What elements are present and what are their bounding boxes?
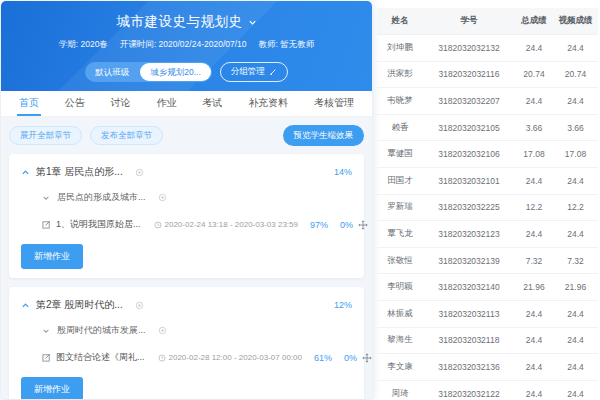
section-row: 殷周时代的城市发展... <box>21 317 352 344</box>
edit-square-icon <box>42 353 51 362</box>
class-selected-button[interactable]: 城乡规划20... <box>140 63 211 81</box>
assignment-deadline: 2020-02-24 13:18 - 2020-03-03 23:59 <box>154 220 298 229</box>
table-row[interactable]: 覃健国 3182032032106 17.08 17.08 <box>377 141 598 168</box>
edit-square-icon <box>42 220 51 229</box>
publish-all-button[interactable]: 发布全部章节 <box>90 126 163 145</box>
student-id: 3182032032122 <box>423 380 515 400</box>
expand-all-button[interactable]: 展开全部章节 <box>9 126 82 145</box>
total-score: 24.4 <box>515 380 553 400</box>
total-score: 24.4 <box>515 88 553 115</box>
total-score: 24.4 <box>515 35 553 62</box>
table-row[interactable]: 洪家彭 3182032032116 20.74 20.74 <box>377 61 598 88</box>
video-score: 24.4 <box>553 327 598 354</box>
assignment-row: 1、说明我国原始居... 2020-02-24 13:18 - 2020-03-… <box>21 211 352 235</box>
student-name: 赖香 <box>377 114 423 141</box>
clock-icon <box>154 221 162 229</box>
course-banner: 城市建设史与规划史 学期: 2020春 开课时间: 2020/02/24-202… <box>1 1 372 91</box>
video-score: 20.74 <box>553 61 598 88</box>
table-row[interactable]: 田国才 3182032032101 24.4 24.4 <box>377 167 598 194</box>
assignment-title[interactable]: 1、说明我国原始居... <box>56 218 141 231</box>
table-row[interactable]: 张敬恒 3182032032139 7.32 7.32 <box>377 247 598 274</box>
chapter-progress: 12% <box>334 300 352 310</box>
tab-assessment[interactable]: 考核管理 <box>312 91 356 116</box>
course-open-time: 开课时间: 2020/02/24-2020/07/10 <box>120 39 247 51</box>
student-name: 覃飞龙 <box>377 221 423 248</box>
student-name: 黎海生 <box>377 327 423 354</box>
table-row[interactable]: 黎海生 3182032032118 24.4 24.4 <box>377 327 598 354</box>
preview-student-button[interactable]: 预览学生端效果 <box>283 125 365 146</box>
student-name: 覃健国 <box>377 141 423 168</box>
student-id: 3182032032140 <box>423 274 515 301</box>
class-default-button[interactable]: 默认班级 <box>85 62 139 82</box>
video-score: 24.4 <box>553 380 598 400</box>
table-row[interactable]: 林振威 3182032032113 24.4 24.4 <box>377 300 598 327</box>
chapter-title[interactable]: 第2章 殷周时代的... <box>36 298 123 312</box>
table-row[interactable]: 韦晓梦 3182032032207 24.4 24.4 <box>377 88 598 115</box>
table-row[interactable]: 赖香 3182032032105 3.66 3.66 <box>377 114 598 141</box>
chapter-title[interactable]: 第1章 居民点的形... <box>36 165 123 179</box>
pencil-icon <box>269 68 277 76</box>
tab-announcements[interactable]: 公告 <box>63 91 87 116</box>
chevron-down-icon[interactable] <box>248 18 257 27</box>
total-score: 21.96 <box>515 274 553 301</box>
chevron-down-icon[interactable] <box>42 194 50 202</box>
chapter-content: 展开全部章节 发布全部章节 预览学生端效果 第1章 居民点的形... 14% <box>1 117 372 399</box>
chevron-down-icon[interactable] <box>42 327 50 335</box>
header-video-score: 视频成绩 <box>553 8 598 35</box>
total-score: 24.4 <box>515 221 553 248</box>
group-manage-label: 分组管理 <box>231 66 265 78</box>
tab-materials[interactable]: 补充资料 <box>246 91 290 116</box>
video-score: 24.4 <box>553 354 598 381</box>
section-title[interactable]: 居民点的形成及城市... <box>57 191 146 204</box>
total-score: 24.4 <box>515 167 553 194</box>
student-name: 张敬恒 <box>377 247 423 274</box>
student-id: 3182032032139 <box>423 247 515 274</box>
visibility-icon[interactable] <box>158 193 167 202</box>
table-row[interactable]: 周琦 3182032032122 24.4 24.4 <box>377 380 598 400</box>
header-name: 姓名 <box>377 8 423 35</box>
tab-homework[interactable]: 作业 <box>154 91 178 116</box>
course-title: 城市建设史与规划史 <box>117 13 243 31</box>
chapter-progress: 14% <box>334 167 352 177</box>
tab-home[interactable]: 首页 <box>17 91 41 116</box>
table-row[interactable]: 李明颖 3182032032140 21.96 21.96 <box>377 274 598 301</box>
class-switcher: 默认班级 城乡规划20... 分组管理 <box>1 62 372 82</box>
section-title[interactable]: 殷周时代的城市发展... <box>57 324 146 337</box>
chevron-up-icon[interactable] <box>21 301 30 310</box>
course-teacher: 教师: 暂无教师 <box>259 39 315 51</box>
table-row[interactable]: 刘坤鹏 3182032032132 24.4 24.4 <box>377 35 598 62</box>
student-id: 3182032032207 <box>423 88 515 115</box>
student-name: 李明颖 <box>377 274 423 301</box>
move-icon[interactable] <box>358 220 368 230</box>
tab-exams[interactable]: 考试 <box>200 91 224 116</box>
add-assignment-button[interactable]: 新增作业 <box>21 377 83 399</box>
chapter-card: 第1章 居民点的形... 14% 居民点的形成及城市... <box>9 154 364 278</box>
assignment-title[interactable]: 图文结合论述《周礼... <box>56 351 145 364</box>
total-score: 3.66 <box>515 114 553 141</box>
student-name: 李文康 <box>377 354 423 381</box>
visibility-icon[interactable] <box>135 301 144 310</box>
table-row[interactable]: 李文康 3182032032136 24.4 24.4 <box>377 354 598 381</box>
video-score: 3.66 <box>553 114 598 141</box>
student-id: 3182032032106 <box>423 141 515 168</box>
assignment-deadline: 2020-02-28 12:00 - 2020-03-07 00:00 <box>158 353 302 362</box>
student-id: 3182032032225 <box>423 194 515 221</box>
total-score: 24.4 <box>515 300 553 327</box>
video-score: 24.4 <box>553 88 598 115</box>
table-row[interactable]: 覃飞龙 3182032032123 24.4 24.4 <box>377 221 598 248</box>
course-title-row[interactable]: 城市建设史与规划史 <box>1 1 372 31</box>
move-icon[interactable] <box>362 353 372 363</box>
chevron-up-icon[interactable] <box>21 168 30 177</box>
class-segment: 默认班级 城乡规划20... <box>85 62 212 82</box>
table-row[interactable]: 罗新瑞 3182032032225 12.2 12.2 <box>377 194 598 221</box>
total-score: 24.4 <box>515 354 553 381</box>
group-manage-button[interactable]: 分组管理 <box>220 62 288 82</box>
add-assignment-button[interactable]: 新增作业 <box>21 244 83 269</box>
chapter-row: 第2章 殷周时代的... 12% <box>21 295 352 317</box>
visibility-icon[interactable] <box>158 326 167 335</box>
visibility-icon[interactable] <box>135 168 144 177</box>
video-score: 24.4 <box>553 221 598 248</box>
student-name: 韦晓梦 <box>377 88 423 115</box>
assignment-actions <box>362 353 372 363</box>
tab-discussion[interactable]: 讨论 <box>109 91 133 116</box>
